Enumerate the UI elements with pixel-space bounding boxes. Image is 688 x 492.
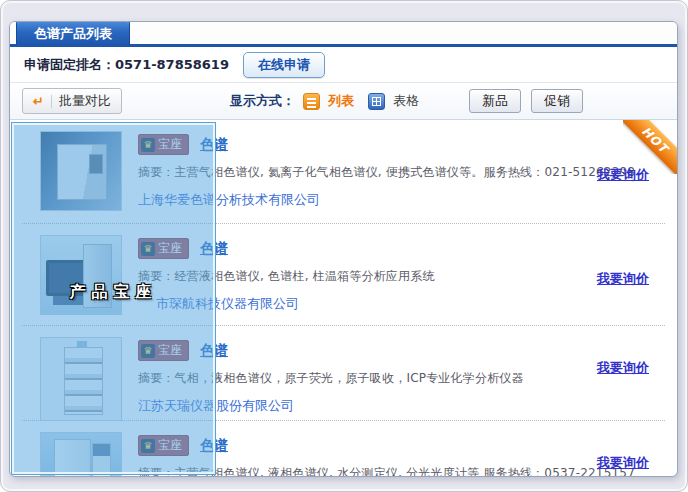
table-view-icon[interactable]	[368, 93, 385, 110]
inquiry-link[interactable]: 我要询价	[597, 359, 649, 377]
batch-compare-label: 批量对比	[59, 92, 111, 110]
product-list: ♛ 宝座 色谱 摘要：主营气相色谱仪, 氦离子化气相色谱仪, 便携式色谱仪等。服…	[10, 120, 677, 477]
fixed-rank-label: 申请固定排名：0571-87858619	[24, 56, 229, 74]
tab-strip: 色谱产品列表	[10, 22, 677, 47]
online-apply-button[interactable]: 在线申请	[243, 52, 325, 78]
hot-ribbon: HOT	[623, 120, 677, 174]
product-throne-label: 产品宝座	[70, 282, 158, 303]
button-divider	[51, 95, 52, 108]
product-info: ♛ 宝座 色谱 摘要：主营气相色谱仪, 液相色谱仪, 水分测定仪, 分光光度计等…	[138, 432, 665, 477]
inquiry-link[interactable]: 我要询价	[597, 270, 649, 288]
table-view-link[interactable]: 表格	[393, 92, 419, 110]
list-view-link[interactable]: 列表	[328, 92, 354, 110]
compare-arrow-icon: ↵	[33, 95, 44, 108]
product-list-panel: 色谱产品列表 申请固定排名：0571-87858619 在线申请 ↵ 批量对比 …	[9, 21, 678, 477]
hot-ribbon-label: HOT	[623, 120, 677, 174]
new-products-button[interactable]: 新品	[469, 89, 521, 113]
product-throne-overlay[interactable]: 产品宝座	[12, 123, 215, 474]
display-mode-label: 显示方式：	[230, 92, 295, 110]
page-background: 色谱产品列表 申请固定排名：0571-87858619 在线申请 ↵ 批量对比 …	[0, 0, 688, 492]
promotions-button[interactable]: 促销	[531, 89, 583, 113]
tab-chromatography-products[interactable]: 色谱产品列表	[16, 21, 130, 45]
inquiry-link[interactable]: 我要询价	[597, 454, 649, 472]
filter-buttons: 新品 促销	[469, 89, 583, 113]
toolbar: ↵ 批量对比 显示方式： 列表 表格 新品 促销	[10, 83, 677, 120]
batch-compare-button[interactable]: ↵ 批量对比	[22, 88, 122, 114]
list-view-icon[interactable]	[303, 93, 320, 110]
product-summary: 摘要：主营气相色谱仪, 液相色谱仪, 水分测定仪, 分光光度计等 服务热线：05…	[138, 465, 665, 477]
display-mode-group: 显示方式： 列表 表格	[230, 92, 419, 110]
fixed-rank-bar: 申请固定排名：0571-87858619 在线申请	[10, 47, 677, 83]
